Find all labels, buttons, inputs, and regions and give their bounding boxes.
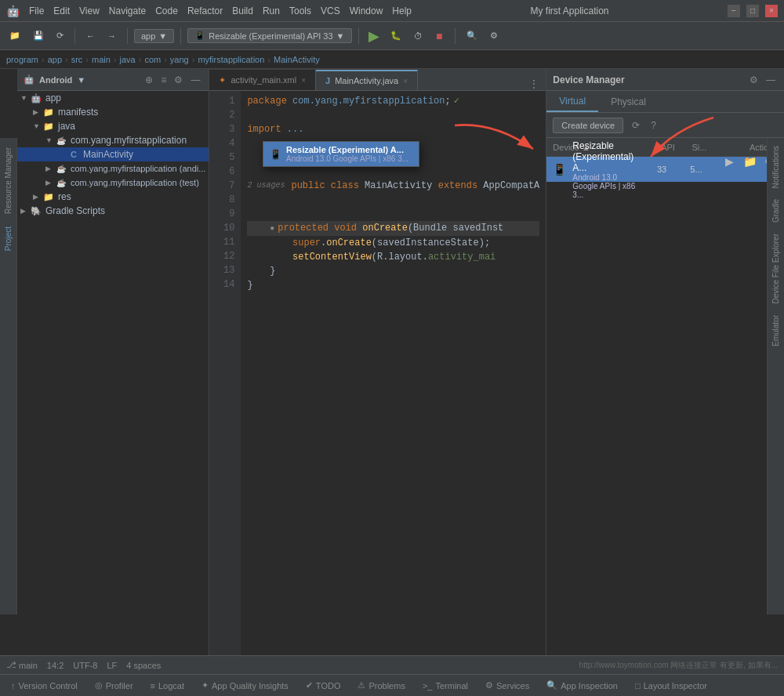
breadcrumb-java[interactable]: java: [120, 55, 136, 64]
sidebar-collapse-button[interactable]: ≡: [158, 74, 169, 86]
quality-insights-icon: ✦: [201, 680, 209, 691]
sidebar-hide-button[interactable]: —: [188, 74, 202, 86]
status-indent[interactable]: 4 spaces: [126, 661, 161, 670]
menu-run[interactable]: Run: [263, 5, 280, 16]
device-row-resizable[interactable]: 📱 Resizable (Experimental) A... Android …: [546, 157, 784, 182]
tree-item-app[interactable]: ▼ 🤖 app: [17, 91, 209, 105]
bottom-tab-quality-insights[interactable]: ✦ App Quality Insights: [194, 677, 296, 694]
device-run-button[interactable]: ▶: [722, 154, 737, 169]
menu-code[interactable]: Code: [155, 5, 178, 16]
breadcrumb-program[interactable]: program: [6, 55, 38, 64]
refresh-button[interactable]: ⟳: [630, 119, 642, 132]
dm-tab-physical[interactable]: Physical: [598, 91, 659, 112]
device-manager-hide[interactable]: —: [764, 74, 778, 86]
logcat-icon: ≡: [151, 681, 155, 691]
maximize-button[interactable]: □: [746, 5, 759, 17]
menu-vcs[interactable]: VCS: [321, 5, 340, 16]
menu-edit[interactable]: Edit: [53, 5, 70, 16]
close-button[interactable]: ×: [765, 5, 778, 17]
toolbar-sync-icon[interactable]: ⟳: [52, 29, 68, 42]
bottom-tab-services[interactable]: ⚙ Services: [477, 677, 537, 694]
encoding-label: UTF-8: [73, 661, 97, 670]
code-line-14: }: [247, 278, 539, 292]
breadcrumb-main[interactable]: main: [92, 55, 111, 64]
search-everywhere-button[interactable]: 🔍: [462, 29, 482, 42]
help-button[interactable]: ?: [648, 119, 659, 132]
breadcrumb-app[interactable]: app: [48, 55, 62, 64]
app-selector[interactable]: app ▼: [134, 29, 174, 43]
menu-window[interactable]: Window: [350, 5, 383, 16]
bottom-tab-app-inspection[interactable]: 🔍 App Inspection: [539, 677, 626, 694]
bottom-tab-version-control[interactable]: ↑ Version Control: [3, 678, 85, 694]
status-git[interactable]: ⎇ main: [6, 660, 38, 670]
settings-button[interactable]: ⚙: [485, 29, 503, 42]
layout-inspector-label: Layout Inspector: [644, 681, 707, 691]
tree-item-res[interactable]: ▶ 📁 res: [17, 190, 209, 204]
create-device-button[interactable]: Create device: [553, 118, 623, 133]
sidebar-scope-button[interactable]: ⊕: [143, 74, 155, 86]
tab-more-button[interactable]: ⋮: [522, 78, 546, 90]
tree-item-gradle[interactable]: ▶ 🐘 Gradle Scripts: [17, 204, 209, 218]
toolbar-save-icon[interactable]: 💾: [28, 29, 49, 42]
status-encoding[interactable]: UTF-8: [73, 661, 97, 670]
menu-navigate[interactable]: Navigate: [109, 5, 146, 16]
right-tab-emulator[interactable]: Emulator: [769, 310, 782, 351]
device-row-icon: 📱: [553, 163, 566, 176]
sidebar-tab-project[interactable]: Project: [2, 220, 15, 257]
menu-help[interactable]: Help: [392, 5, 412, 16]
status-line-sep[interactable]: LF: [107, 661, 117, 670]
tree-item-package-main[interactable]: ▼ ☕ com.yang.myfirstapplication: [17, 133, 209, 147]
dropdown-device-icon: 📱: [270, 149, 281, 160]
right-tab-gradle[interactable]: Gradle: [769, 194, 782, 227]
tree-item-java[interactable]: ▼ 📁 java: [17, 119, 209, 133]
device-selector[interactable]: 📱 Resizable (Experimental) API 33 ▼: [187, 28, 351, 43]
breadcrumb-yang[interactable]: yang: [170, 55, 189, 64]
toolbar-forward-icon[interactable]: →: [103, 30, 121, 42]
code-line-11: super.onCreate(savedInstanceState);: [247, 236, 539, 250]
tree-item-package-test[interactable]: ▶ ☕ com.yang.myfirstapplication (test): [17, 176, 209, 190]
debug-button[interactable]: 🐛: [386, 29, 406, 42]
tree-item-manifests[interactable]: ▶ 📁 manifests: [17, 105, 209, 119]
menu-view[interactable]: View: [79, 5, 100, 16]
version-control-icon: ↑: [11, 681, 16, 691]
run-button[interactable]: ▶: [365, 27, 383, 45]
tab-activity-main[interactable]: ✦ activity_main.xml ×: [209, 70, 316, 90]
profile-button[interactable]: ⏱: [409, 30, 427, 42]
right-tab-device-file-explorer[interactable]: Device File Explorer: [769, 229, 782, 308]
minimize-button[interactable]: −: [728, 5, 740, 17]
bottom-tab-problems[interactable]: ⚠ Problems: [350, 677, 412, 694]
breadcrumb-myfirstapplication[interactable]: myfirstapplication: [198, 55, 264, 64]
tab-mainactivity[interactable]: J MainActivity.java ×: [316, 70, 418, 90]
dm-tab-virtual[interactable]: Virtual: [546, 91, 598, 112]
status-position[interactable]: 14:2: [47, 661, 64, 670]
tab-mainactivity-close[interactable]: ×: [403, 77, 408, 85]
stop-button[interactable]: ⏹: [430, 30, 448, 42]
left-side-tabs: Resource Manager Project: [0, 138, 17, 614]
breadcrumb-src[interactable]: src: [71, 55, 83, 64]
bottom-tab-terminal[interactable]: >_ Terminal: [415, 678, 476, 694]
menu-build[interactable]: Build: [232, 5, 253, 16]
bottom-tab-profiler[interactable]: ◎ Profiler: [87, 677, 141, 694]
toolbar-build-icon[interactable]: 📁: [5, 29, 25, 42]
breadcrumb-mainactivity[interactable]: MainActivity: [274, 55, 320, 64]
right-tab-notifications[interactable]: Notifications: [769, 141, 782, 193]
tree-item-package-android[interactable]: ▶ ☕ com.yang.myfirstapplication (andi...: [17, 161, 209, 176]
bottom-tab-layout-inspector[interactable]: □ Layout Inspector: [627, 678, 715, 694]
device-selector-label: Resizable (Experimental) API 33: [209, 31, 332, 41]
device-folder-button[interactable]: 📁: [740, 154, 760, 169]
bottom-tab-logcat[interactable]: ≡ Logcat: [143, 678, 192, 694]
sidebar-dropdown-arrow[interactable]: ▼: [77, 75, 85, 85]
bottom-tab-todo[interactable]: ✔ TODO: [298, 677, 349, 694]
tree-item-mainactivity[interactable]: C MainActivity: [17, 147, 209, 161]
toolbar-back-icon[interactable]: ←: [82, 30, 100, 42]
device-manager-settings[interactable]: ⚙: [747, 74, 760, 86]
tab-activity-main-close[interactable]: ×: [301, 76, 306, 85]
sidebar-tab-resource-manager[interactable]: Resource Manager: [2, 141, 15, 220]
menu-file[interactable]: File: [29, 5, 44, 16]
breadcrumb-com[interactable]: com: [144, 55, 161, 64]
menu-tools[interactable]: Tools: [289, 5, 311, 16]
code-content[interactable]: package com.yang.myfirstapplication;✓ im…: [241, 91, 546, 655]
sidebar-settings-button[interactable]: ⚙: [172, 74, 185, 86]
device-dropdown-item-resizable[interactable]: 📱 Resizable (Experimental) A... Android …: [263, 142, 419, 166]
menu-refactor[interactable]: Refactor: [187, 5, 223, 16]
